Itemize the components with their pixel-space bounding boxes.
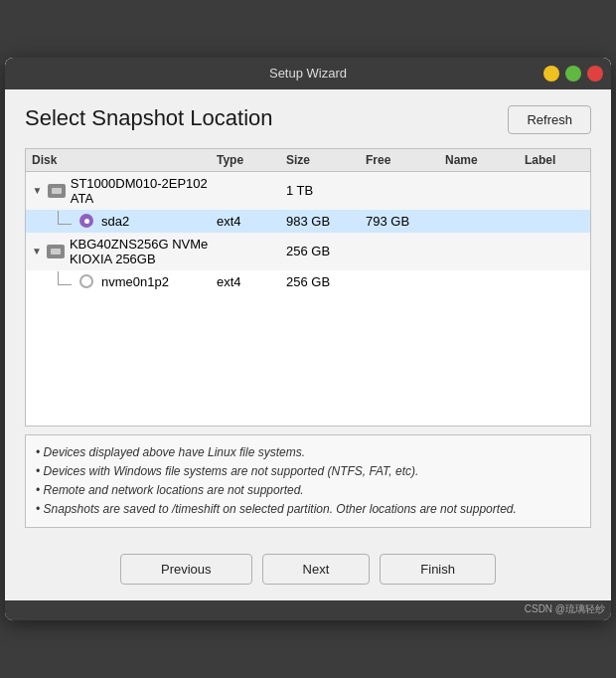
expand-icon: ▼ [32,246,42,256]
setup-wizard-window: Setup Wizard − □ ✕ Select Snapshot Locat… [5,58,611,621]
partition-radio[interactable] [79,274,93,288]
note-line-2: • Devices with Windows file systems are … [36,462,580,481]
table-row[interactable]: nvme0n1p2 ext4 256 GB [26,270,590,293]
tree-line [58,211,72,225]
refresh-button[interactable]: Refresh [508,105,591,134]
next-button[interactable]: Next [262,554,371,585]
button-row: Previous Next Finish [5,540,611,600]
partition-radio-selected[interactable] [79,214,93,228]
partition-type: ext4 [217,274,286,289]
window-title: Setup Wizard [269,66,347,81]
disk-name: ST1000DM010-2EP102 ATA [71,176,217,206]
partition-name: nvme0n1p2 [101,274,169,289]
close-button[interactable]: ✕ [587,66,603,82]
titlebar: Setup Wizard − □ ✕ [5,58,611,89]
tree-header: Disk Type Size Free Name Label [26,149,590,172]
table-row[interactable]: sda2 ext4 983 GB 793 GB [26,210,590,233]
partition-size: 983 GB [286,214,366,229]
partition-free: 793 GB [366,214,445,229]
table-row[interactable]: ▼ KBG40ZNS256G NVMe KIOXIA 256GB 256 GB [26,233,590,270]
note-line-3: • Remote and network locations are not s… [36,481,580,500]
note-line-1: • Devices displayed above have Linux fil… [36,443,580,462]
col-name: Name [445,153,525,167]
disk-size: 256 GB [286,244,366,258]
col-disk: Disk [32,153,217,167]
previous-button[interactable]: Previous [120,554,252,585]
col-type: Type [217,153,286,167]
partition-name: sda2 [101,214,129,229]
col-label: Label [525,153,584,167]
partition-type: ext4 [217,214,286,229]
disk-label: ▼ ST1000DM010-2EP102 ATA [32,176,217,206]
col-free: Free [366,153,445,167]
tree-line [58,271,72,285]
partition-indent: sda2 [32,214,217,229]
disk-tree-panel[interactable]: Disk Type Size Free Name Label ▼ ST1000D… [25,148,591,426]
disk-icon [48,184,66,198]
note-line-4: • Snapshots are saved to /timeshift on s… [36,500,580,519]
page-title: Select Snapshot Location [25,105,273,131]
col-size: Size [286,153,366,167]
disk-label: ▼ KBG40ZNS256G NVMe KIOXIA 256GB [32,237,217,266]
finish-button[interactable]: Finish [380,554,496,585]
table-row[interactable]: ▼ ST1000DM010-2EP102 ATA 1 TB [26,172,590,210]
partition-size: 256 GB [286,274,366,289]
watermark: CSDN @琉璃轻纱 [5,600,611,620]
disk-name: KBG40ZNS256G NVMe KIOXIA 256GB [70,237,217,266]
notes-panel: • Devices displayed above have Linux fil… [25,434,591,529]
partition-indent: nvme0n1p2 [32,274,217,289]
maximize-button[interactable]: □ [565,66,581,82]
titlebar-buttons: − □ ✕ [543,66,603,82]
main-content: Select Snapshot Location Refresh Disk Ty… [5,89,611,541]
disk-size: 1 TB [286,183,366,198]
disk-icon [47,245,65,258]
expand-icon: ▼ [32,185,43,196]
minimize-button[interactable]: − [543,66,559,82]
header-row: Select Snapshot Location Refresh [25,105,591,134]
